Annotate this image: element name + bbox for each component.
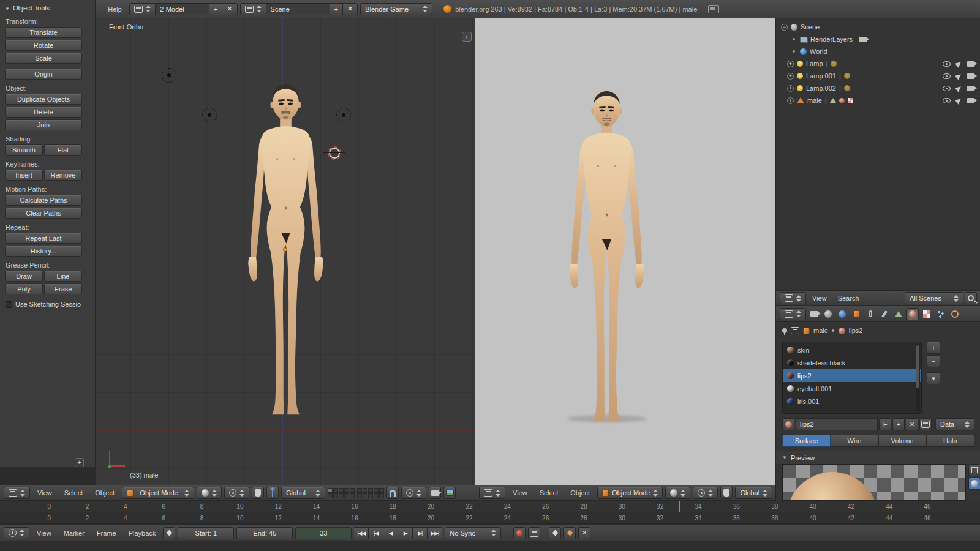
lamp-object-indicator[interactable] — [162, 68, 176, 83]
slot-row-iris001[interactable]: iris.001 — [783, 395, 921, 408]
timeline-ruler-bottom[interactable]: 0246810121416182022242628303234363840424… — [0, 512, 980, 524]
browse-context-icon[interactable] — [791, 327, 799, 334]
n-panel-open-button[interactable]: + — [462, 32, 472, 42]
layer-buttons-group-2[interactable] — [357, 488, 384, 498]
viewport-shading-dropdown[interactable] — [197, 487, 222, 499]
delete-button[interactable]: Delete — [5, 107, 82, 118]
layer-cell[interactable] — [379, 493, 384, 498]
camera-icon[interactable] — [967, 61, 974, 67]
layer-cell[interactable] — [350, 488, 355, 493]
tab-scene[interactable] — [822, 308, 834, 320]
layer-cell[interactable] — [374, 488, 379, 493]
snap-mode-dropdown[interactable] — [401, 487, 426, 499]
collapse-icon[interactable] — [781, 24, 788, 31]
layer-cell[interactable] — [350, 493, 355, 498]
clear-paths-button[interactable]: Clear Paths — [5, 208, 82, 219]
menu-help[interactable]: Help — [103, 2, 127, 17]
texture-data-icon[interactable] — [848, 98, 853, 103]
camera-icon[interactable] — [967, 98, 974, 103]
object-origin-dot[interactable] — [283, 247, 287, 252]
pin-icon[interactable] — [782, 328, 787, 333]
breadcrumb-material[interactable]: lips2 — [849, 327, 863, 334]
material-slot-list[interactable]: skin shadeless black lips2 eyeball.001 i… — [782, 342, 922, 414]
tab-material[interactable] — [907, 308, 919, 320]
transport-button[interactable]: ◀ — [383, 527, 398, 539]
outliner-row-renderlayers[interactable]: RenderLayers — [776, 33, 980, 45]
lamp-object-indicator[interactable] — [202, 108, 217, 122]
editor-type-button[interactable] — [4, 527, 29, 539]
mode-dropdown[interactable]: Object Mode — [597, 487, 663, 499]
manipulator-toggle-button[interactable] — [252, 487, 264, 499]
translate-button[interactable]: Translate — [5, 27, 82, 38]
eye-icon[interactable] — [943, 73, 951, 79]
tab-particles[interactable] — [935, 308, 947, 320]
layer-cell[interactable] — [368, 493, 373, 498]
cursor-arrow-icon[interactable] — [955, 60, 963, 68]
breadcrumb-object[interactable]: male — [813, 327, 828, 334]
outliner-filter-dropdown[interactable]: All Scenes — [905, 292, 963, 304]
history-button[interactable]: History... — [5, 246, 82, 257]
keying-set-button[interactable] — [163, 527, 175, 539]
transport-button[interactable]: |◀◀ — [354, 527, 369, 539]
editor-type-button[interactable] — [479, 487, 505, 499]
screen-layout-name[interactable]: 2-Model — [156, 3, 209, 15]
tab-object[interactable] — [850, 308, 862, 320]
remove-keyframe-button[interactable]: Remove — [44, 170, 82, 181]
transport-button[interactable]: ▶| — [413, 527, 428, 539]
cursor-arrow-icon[interactable] — [955, 84, 963, 92]
flat-button[interactable]: Flat — [44, 144, 82, 156]
slot-specials-dropdown[interactable]: ▾ — [927, 372, 940, 384]
window-duplicate-icon[interactable] — [708, 5, 719, 13]
camera-icon[interactable] — [967, 73, 974, 79]
layer-cell[interactable] — [339, 488, 344, 493]
timeline-ruler-top[interactable]: 0246810121416182022242628303234363840424… — [0, 501, 980, 512]
calculate-paths-button[interactable]: Calculate Paths — [5, 195, 82, 206]
insert-keyframe-button[interactable]: Insert — [5, 170, 43, 181]
outliner-item-label[interactable]: RenderLayers — [810, 36, 853, 43]
outliner-item-label[interactable]: Lamp — [806, 60, 823, 67]
expand-icon[interactable] — [787, 73, 794, 80]
manipulator-toggle-button[interactable] — [720, 487, 733, 499]
camera-icon[interactable] — [967, 86, 974, 91]
add-slot-button[interactable]: + — [927, 342, 940, 354]
expand-icon[interactable] — [787, 85, 794, 92]
record-button[interactable] — [513, 527, 526, 539]
duplicate-objects-button[interactable]: Duplicate Objects — [5, 94, 82, 105]
grease-line-button[interactable]: Line — [44, 271, 82, 282]
smooth-button[interactable]: Smooth — [5, 144, 43, 156]
scene-delete-button[interactable]: ✕ — [343, 3, 358, 15]
layer-cell[interactable] — [344, 488, 349, 493]
slot-row-eyeball001[interactable]: eyeball.001 — [783, 382, 921, 395]
editor-type-button[interactable] — [4, 487, 30, 499]
preview-sphere-button[interactable] — [968, 478, 980, 490]
material-data-icon[interactable] — [839, 98, 845, 103]
menu-playback[interactable]: Playback — [124, 526, 161, 541]
menu-view[interactable]: View — [807, 291, 832, 305]
orientation-dropdown[interactable]: Global — [281, 487, 325, 499]
cursor-arrow-icon[interactable] — [955, 72, 963, 80]
outliner-item-label[interactable]: Lamp.001 — [806, 72, 836, 80]
material-name-field[interactable]: lips2 — [796, 418, 878, 430]
outliner-row-lamp002[interactable]: Lamp.002 | — [776, 82, 980, 94]
menu-marker[interactable]: Marker — [59, 526, 89, 541]
scene-browse-button[interactable] — [240, 3, 266, 15]
viewport-shading-dropdown[interactable] — [665, 487, 690, 499]
lamp-data-icon[interactable] — [844, 73, 850, 79]
tab-constraints[interactable] — [864, 308, 876, 320]
layer-cell[interactable] — [368, 488, 373, 493]
rotate-button[interactable]: Rotate — [5, 40, 82, 51]
transport-button[interactable]: ▶ — [398, 527, 413, 539]
tab-object-data[interactable] — [892, 308, 905, 320]
layer-cell[interactable] — [344, 493, 349, 498]
slot-name[interactable]: iris.001 — [797, 398, 819, 405]
nodes-button[interactable] — [919, 418, 932, 430]
mesh-data-icon[interactable] — [830, 98, 836, 103]
scale-button[interactable]: Scale — [5, 53, 82, 64]
scene-name[interactable]: Scene — [266, 3, 330, 15]
layer-cell[interactable] — [357, 493, 362, 498]
remove-slot-button[interactable]: − — [927, 355, 940, 367]
tab-render[interactable] — [808, 308, 820, 320]
outliner-row-lamp001[interactable]: Lamp.001 | — [776, 70, 980, 82]
outliner-row-lamp[interactable]: Lamp | — [776, 58, 980, 70]
outliner-row-male[interactable]: male | — [776, 94, 980, 107]
